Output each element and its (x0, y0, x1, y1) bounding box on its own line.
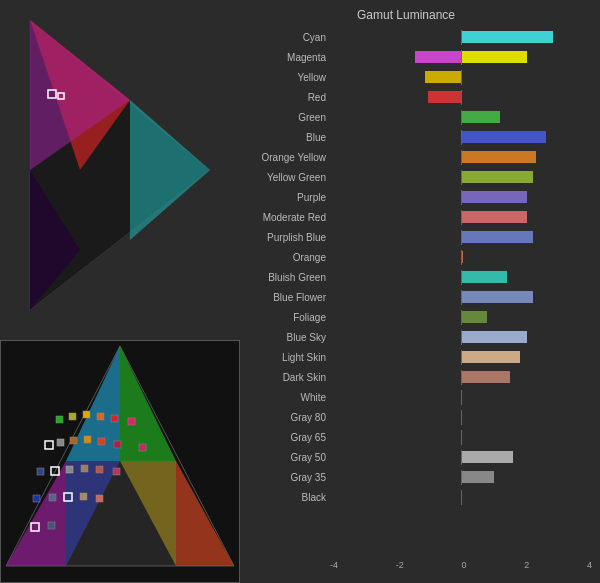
zero-line (461, 110, 462, 125)
bar (461, 331, 527, 343)
row-label: Magenta (240, 52, 330, 63)
svg-rect-34 (96, 466, 103, 473)
chart-row: Blue Flower (240, 288, 592, 307)
bar (461, 211, 527, 223)
bar-area (330, 250, 592, 265)
bar-area (330, 190, 592, 205)
bar-area (330, 450, 592, 465)
chart-row: Bluish Green (240, 268, 592, 287)
bar (425, 71, 461, 83)
chart-row: White (240, 388, 592, 407)
bar (461, 291, 533, 303)
chart-row: Orange (240, 248, 592, 267)
bar (461, 191, 527, 203)
bar (461, 231, 533, 243)
axis-label: 4 (587, 560, 592, 570)
bar-area (330, 310, 592, 325)
bar-area (330, 210, 592, 225)
chart-row: Cyan (240, 28, 592, 47)
chart-row: Purplish Blue (240, 228, 592, 247)
bar (461, 351, 520, 363)
zero-line (461, 390, 462, 405)
row-label: Gray 65 (240, 432, 330, 443)
zero-line (461, 270, 462, 285)
zero-line (461, 290, 462, 305)
row-label: White (240, 392, 330, 403)
bar-area (330, 410, 592, 425)
axis-labels: -4-2024 (330, 560, 592, 570)
bar-area (330, 490, 592, 505)
svg-rect-37 (49, 494, 56, 501)
bar-area (330, 470, 592, 485)
zero-line (461, 250, 462, 265)
chart-row: Red (240, 88, 592, 107)
row-label: Gray 50 (240, 452, 330, 463)
svg-rect-27 (98, 438, 105, 445)
svg-rect-35 (113, 468, 120, 475)
svg-rect-25 (70, 437, 77, 444)
bar-area (330, 70, 592, 85)
bar (461, 111, 500, 123)
chart-row: Green (240, 108, 592, 127)
row-label: Dark Skin (240, 372, 330, 383)
row-label: Bluish Green (240, 272, 330, 283)
row-label: Yellow Green (240, 172, 330, 183)
zero-line (461, 330, 462, 345)
zero-line (461, 430, 462, 445)
chart-row: Dark Skin (240, 368, 592, 387)
bottom-gamut-diagram (0, 340, 240, 583)
svg-rect-30 (37, 468, 44, 475)
row-label: Orange Yellow (240, 152, 330, 163)
bar-area (330, 170, 592, 185)
left-panel (0, 0, 240, 583)
row-label: Gray 80 (240, 412, 330, 423)
svg-rect-42 (48, 522, 55, 529)
chart-title: Gamut Luminance (240, 8, 592, 22)
row-label: Moderate Red (240, 212, 330, 223)
chart-row: Gray 65 (240, 428, 592, 447)
bar-area (330, 370, 592, 385)
zero-line (461, 170, 462, 185)
row-label: Purplish Blue (240, 232, 330, 243)
bar-area (330, 430, 592, 445)
bar-area (330, 130, 592, 145)
bar-area (330, 50, 592, 65)
axis-label: 0 (461, 560, 466, 570)
zero-line (461, 410, 462, 425)
row-label: Black (240, 492, 330, 503)
chart-row: Blue Sky (240, 328, 592, 347)
bar-area (330, 350, 592, 365)
row-label: Purple (240, 192, 330, 203)
bar-area (330, 90, 592, 105)
zero-line (461, 130, 462, 145)
bar-area (330, 230, 592, 245)
zero-line (461, 190, 462, 205)
row-label: Red (240, 92, 330, 103)
zero-line (461, 230, 462, 245)
axis-label: 2 (524, 560, 529, 570)
zero-line (461, 350, 462, 365)
chart-row: Magenta (240, 48, 592, 67)
row-label: Light Skin (240, 352, 330, 363)
svg-rect-40 (96, 495, 103, 502)
svg-rect-17 (56, 416, 63, 423)
zero-line (461, 210, 462, 225)
svg-rect-20 (97, 413, 104, 420)
chart-row: Yellow (240, 68, 592, 87)
bar (461, 311, 487, 323)
svg-rect-18 (69, 413, 76, 420)
bar-negative (415, 51, 461, 63)
axis-label: -2 (396, 560, 404, 570)
zero-line (461, 30, 462, 45)
zero-line (461, 50, 462, 65)
top-gamut-diagram (0, 0, 240, 340)
chart-row: Orange Yellow (240, 148, 592, 167)
zero-line (461, 450, 462, 465)
svg-marker-16 (66, 461, 176, 566)
chart-row: Purple (240, 188, 592, 207)
svg-rect-26 (84, 436, 91, 443)
row-label: Blue Sky (240, 332, 330, 343)
row-label: Green (240, 112, 330, 123)
chart-row: Yellow Green (240, 168, 592, 187)
bar (461, 271, 507, 283)
